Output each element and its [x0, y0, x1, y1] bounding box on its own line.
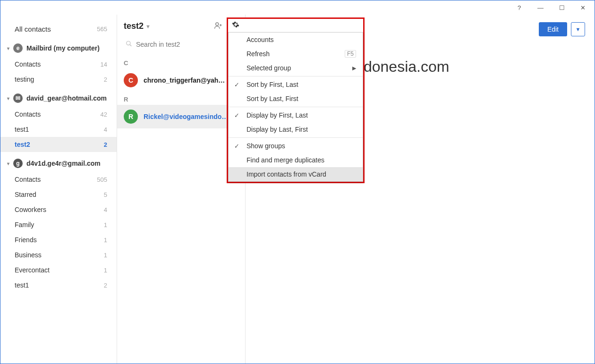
svg-line-4 [130, 44, 132, 46]
sidebar-item[interactable]: test12 [0, 278, 117, 293]
group-title-text: test2 [124, 21, 144, 31]
menu-show-groups[interactable]: ✓ Show groups [229, 139, 363, 153]
sidebar-item[interactable]: test22 [0, 137, 117, 152]
menu-display-last-first[interactable]: Display by Last, First [229, 122, 363, 136]
sidebar-item-count: 4 [104, 206, 107, 213]
sidebar-item-label: Business [15, 251, 42, 259]
sidebar-item-count: 1 [104, 237, 107, 244]
sidebar-item-label: Friends [15, 236, 37, 244]
caret-down-icon: ▾ [7, 96, 9, 101]
sidebar-item[interactable]: Contacts14 [0, 57, 117, 72]
check-icon: ✓ [234, 81, 239, 88]
minimize-button[interactable]: — [530, 1, 551, 14]
letter-header: R [117, 92, 245, 105]
caret-down-icon: ▾ [7, 161, 9, 166]
menu-display-first-last[interactable]: ✓ Display by First, Last [229, 108, 363, 122]
edit-button[interactable]: Edit [539, 22, 567, 36]
shortcut-key: F5 [345, 50, 356, 58]
menu-selected-group[interactable]: Selected group ▶ [229, 61, 363, 75]
sidebar-item-label: test2 [15, 141, 30, 148]
submenu-arrow-icon: ▶ [352, 65, 356, 71]
group-title[interactable]: test2 ▼ [124, 21, 151, 31]
sidebar: All contacts 565 ▾eMailbird (my computer… [0, 15, 117, 364]
menu-import-vcard[interactable]: Import contacts from vCard [229, 167, 363, 181]
sidebar-item[interactable]: test14 [0, 122, 117, 137]
gear-icon[interactable] [232, 22, 239, 30]
sidebar-item-label: Contacts [15, 60, 41, 68]
avatar: R [124, 110, 138, 124]
svg-point-0 [216, 23, 219, 25]
account-name: david_gear@hotmail.com [26, 94, 107, 102]
sidebar-item[interactable]: Coworkers4 [0, 202, 117, 217]
contact-name: chrono_triggerfan@yahoo... [144, 76, 229, 84]
sidebar-item-label: test1 [15, 281, 29, 289]
contact-item[interactable]: Cchrono_triggerfan@yahoo... [117, 68, 245, 92]
sidebar-account-header[interactable]: ▾✉david_gear@hotmail.com [0, 90, 117, 107]
settings-menu: Accounts Refresh F5 Selected group ▶ ✓ S… [228, 32, 363, 182]
close-button[interactable]: ✕ [572, 1, 594, 14]
sidebar-item-label: testing [15, 76, 34, 83]
sidebar-item[interactable]: Family1 [0, 217, 117, 232]
check-icon: ✓ [234, 143, 239, 150]
menu-refresh[interactable]: Refresh F5 [229, 47, 363, 61]
edit-dropdown-button[interactable]: ▼ [571, 22, 585, 36]
search-icon [126, 41, 132, 49]
sidebar-item-count: 2 [104, 76, 107, 83]
sidebar-item[interactable]: Friends1 [0, 232, 117, 247]
contact-name: Rickel@videogamesindon... [144, 113, 229, 120]
maximize-button[interactable]: ☐ [551, 1, 572, 14]
sidebar-item[interactable]: testing2 [0, 72, 117, 87]
contact-list-header: test2 ▼ [117, 15, 245, 35]
sidebar-item-count: 1 [104, 221, 107, 229]
sidebar-item-count: 2 [104, 141, 107, 148]
add-contact-icon[interactable] [214, 21, 222, 31]
sidebar-account-header[interactable]: ▾eMailbird (my computer) [0, 40, 117, 57]
sidebar-item[interactable]: Starred5 [0, 187, 117, 202]
check-icon: ✓ [234, 112, 239, 119]
sidebar-item-count: 1 [104, 267, 107, 274]
sidebar-item[interactable]: Contacts42 [0, 107, 117, 122]
sidebar-item-count: 14 [101, 61, 107, 68]
sidebar-all-contacts[interactable]: All contacts 565 [0, 21, 117, 37]
sidebar-item-count: 42 [101, 111, 107, 118]
titlebar: ? — ☐ ✕ [0, 0, 595, 15]
sidebar-item-label: Coworkers [15, 206, 46, 213]
sidebar-item[interactable]: Evercontact1 [0, 262, 117, 278]
account-name: Mailbird (my computer) [26, 44, 100, 52]
group-dropdown-icon: ▼ [145, 24, 151, 29]
sidebar-item-label: Family [15, 221, 34, 229]
svg-point-3 [127, 41, 130, 45]
sidebar-item-label: Starred [15, 191, 36, 198]
menu-sort-first-last[interactable]: ✓ Sort by First, Last [229, 77, 363, 92]
sidebar-item[interactable]: Business1 [0, 247, 117, 262]
search-input[interactable] [124, 38, 238, 51]
account-icon: ✉ [13, 93, 23, 103]
sidebar-item-label: test1 [15, 126, 29, 133]
sidebar-item-label: Contacts [15, 110, 41, 118]
account-name: d4v1d.ge4r@gmail.com [26, 160, 101, 167]
menu-find-merge[interactable]: Find and merge duplicates [229, 153, 363, 167]
sidebar-item-label: Evercontact [15, 266, 50, 274]
account-icon: g [13, 159, 23, 168]
sidebar-item-count: 1 [104, 252, 107, 259]
sidebar-account-header[interactable]: ▾gd4v1d.ge4r@gmail.com [0, 155, 117, 172]
account-icon: e [13, 43, 23, 53]
sidebar-item-count: 4 [104, 126, 107, 133]
all-contacts-count: 565 [97, 25, 107, 33]
sidebar-item-label: Contacts [15, 176, 41, 183]
app-window: ? — ☐ ✕ All contacts 565 ▾eMailbird (my … [0, 0, 595, 364]
sidebar-item-count: 505 [97, 176, 107, 183]
caret-down-icon: ▾ [7, 46, 9, 51]
menu-accounts[interactable]: Accounts [229, 33, 363, 47]
sidebar-item[interactable]: Contacts505 [0, 172, 117, 187]
all-contacts-label: All contacts [15, 25, 51, 33]
settings-menu-highlight: Accounts Refresh F5 Selected group ▶ ✓ S… [227, 17, 365, 183]
letter-header: C [117, 56, 245, 68]
help-button[interactable]: ? [509, 1, 530, 14]
contact-item[interactable]: RRickel@videogamesindon... [117, 105, 245, 128]
sidebar-item-count: 5 [104, 191, 107, 198]
chevron-down-icon: ▼ [576, 26, 581, 32]
menu-sort-last-first[interactable]: Sort by Last, First [229, 92, 363, 106]
sidebar-item-count: 2 [104, 282, 107, 289]
avatar: C [124, 73, 138, 87]
